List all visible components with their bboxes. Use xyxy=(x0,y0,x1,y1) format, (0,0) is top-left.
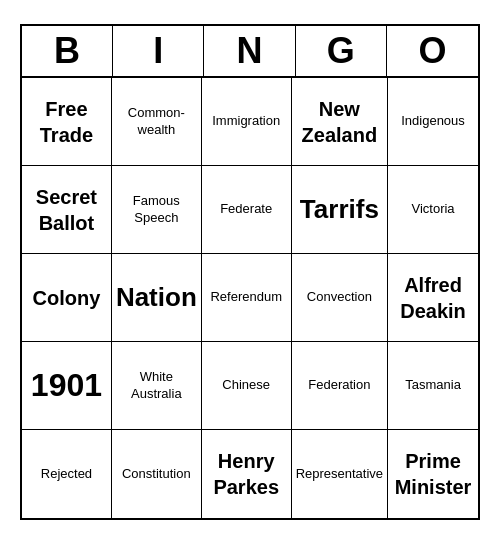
cell-r3-c0: 1901 xyxy=(22,342,112,430)
header-letter: G xyxy=(296,26,387,76)
cell-r2-c3: Convection xyxy=(292,254,388,342)
cell-r3-c4: Tasmania xyxy=(388,342,478,430)
cell-r3-c1: White Australia xyxy=(112,342,202,430)
cell-r0-c2: Immigration xyxy=(202,78,292,166)
header-letter: B xyxy=(22,26,113,76)
cell-r0-c0: Free Trade xyxy=(22,78,112,166)
cell-r0-c3: New Zealand xyxy=(292,78,388,166)
bingo-card: BINGO Free TradeCommon-wealthImmigration… xyxy=(20,24,480,520)
cell-r2-c4: Alfred Deakin xyxy=(388,254,478,342)
cell-r3-c3: Federation xyxy=(292,342,388,430)
cell-r4-c4: Prime Minister xyxy=(388,430,478,518)
cell-r1-c2: Federate xyxy=(202,166,292,254)
bingo-header: BINGO xyxy=(22,26,478,78)
header-letter: N xyxy=(204,26,295,76)
cell-r4-c1: Constitution xyxy=(112,430,202,518)
cell-r0-c4: Indigenous xyxy=(388,78,478,166)
bingo-grid: Free TradeCommon-wealthImmigrationNew Ze… xyxy=(22,78,478,518)
header-letter: O xyxy=(387,26,478,76)
cell-r1-c4: Victoria xyxy=(388,166,478,254)
cell-r4-c3: Representative xyxy=(292,430,388,518)
cell-r1-c1: Famous Speech xyxy=(112,166,202,254)
header-letter: I xyxy=(113,26,204,76)
cell-r3-c2: Chinese xyxy=(202,342,292,430)
cell-r4-c0: Rejected xyxy=(22,430,112,518)
cell-r0-c1: Common-wealth xyxy=(112,78,202,166)
cell-r2-c0: Colony xyxy=(22,254,112,342)
cell-r1-c3: Tarrifs xyxy=(292,166,388,254)
cell-r4-c2: Henry Parkes xyxy=(202,430,292,518)
cell-r1-c0: Secret Ballot xyxy=(22,166,112,254)
cell-r2-c1: Nation xyxy=(112,254,202,342)
cell-r2-c2: Referendum xyxy=(202,254,292,342)
